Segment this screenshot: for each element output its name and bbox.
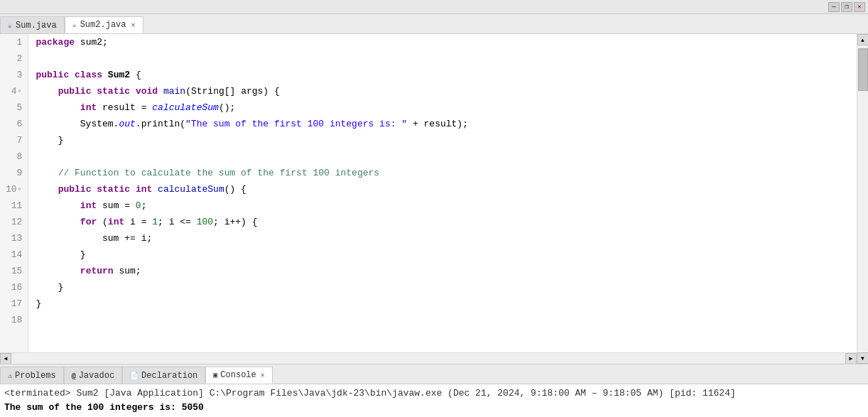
code-line-11: int sum = 0; (36, 197, 857, 214)
hscroll-track[interactable] (11, 353, 845, 364)
console-terminated-line: <terminated> Sum2 [Java Application] C:\… (4, 386, 864, 401)
code-line-9: // Function to calculate the sum of the … (36, 165, 857, 181)
code-line-15: return sum; (36, 263, 857, 279)
code-line-12: for (int i = 1; i <= 100; i++) { (36, 214, 857, 230)
javadoc-icon: @ (72, 372, 76, 379)
hscroll-right-arrow[interactable]: ▶ (845, 353, 857, 364)
scroll-up-arrow[interactable]: ▲ (857, 34, 869, 45)
console-result-line: The sum of the 100 integers is: 5050 (4, 401, 864, 415)
code-line-14: } (36, 247, 857, 263)
vertical-scrollbar[interactable]: ▲ ▼ (857, 34, 868, 364)
scroll-thumb[interactable] (858, 48, 868, 91)
code-lines: package sum2; public class Sum2 { public… (28, 34, 857, 352)
code-line-8 (36, 148, 857, 165)
console-icon: ▣ (213, 371, 217, 379)
code-line-18 (36, 312, 857, 328)
close-button[interactable]: ✕ (854, 2, 865, 12)
problems-icon: ⚠ (8, 372, 12, 380)
code-line-6: System.out.println("The sum of the first… (36, 116, 857, 132)
code-line-7: } (36, 132, 857, 148)
editor-tabs: ☕ Sum.java ☕ Sum2.java ✕ (0, 14, 868, 34)
tab-javadoc[interactable]: @ Javadoc (64, 367, 122, 384)
code-line-3: public class Sum2 { (36, 67, 857, 83)
tab-label: Sum.java (16, 21, 57, 31)
code-content: 1 2 3 4◦ 5 6 7 8 9 10◦ 11 12 13 14 15 16… (0, 34, 857, 352)
code-line-16: } (36, 279, 857, 296)
code-line-13: sum += i; (36, 230, 857, 247)
tab-console[interactable]: ▣ Console ✕ (205, 367, 272, 384)
title-bar: — ❐ ✕ (0, 0, 868, 14)
editor-area: 1 2 3 4◦ 5 6 7 8 9 10◦ 11 12 13 14 15 16… (0, 34, 868, 364)
code-line-4: public static void main(String[] args) { (36, 83, 857, 99)
tab-icon: ☕ (72, 21, 77, 29)
code-line-5: int result = calculateSum(); (36, 99, 857, 116)
declaration-icon: 📄 (130, 372, 139, 380)
tab-label: Sum2.java (80, 20, 126, 30)
code-editor: 1 2 3 4◦ 5 6 7 8 9 10◦ 11 12 13 14 15 16… (0, 34, 857, 364)
restore-button[interactable]: ❐ (841, 2, 852, 12)
line-numbers: 1 2 3 4◦ 5 6 7 8 9 10◦ 11 12 13 14 15 16… (0, 34, 28, 352)
code-line-10: public static int calculateSum() { (36, 181, 857, 197)
scroll-down-arrow[interactable]: ▼ (857, 352, 869, 364)
problems-label: Problems (15, 371, 56, 381)
code-line-2 (36, 50, 857, 67)
tab-problems[interactable]: ⚠ Problems (0, 367, 64, 384)
code-line-1: package sum2; (36, 34, 857, 50)
code-line-17: } (36, 296, 857, 312)
hscroll-left-arrow[interactable]: ◀ (0, 353, 11, 364)
console-close-icon[interactable]: ✕ (261, 371, 265, 379)
tab-icon: ☕ (8, 21, 12, 30)
scroll-track (857, 45, 868, 352)
minimize-button[interactable]: — (828, 2, 840, 12)
tab-close-icon[interactable]: ✕ (131, 21, 135, 29)
horizontal-scrollbar[interactable]: ◀ ▶ (0, 352, 857, 364)
console-output: <terminated> Sum2 [Java Application] C:\… (0, 384, 868, 417)
tab-sum2-java[interactable]: ☕ Sum2.java ✕ (65, 16, 143, 33)
console-label: Console (220, 370, 256, 380)
tab-sum-java[interactable]: ☕ Sum.java (0, 16, 65, 33)
declaration-label: Declaration (141, 371, 197, 381)
tab-declaration[interactable]: 📄 Declaration (122, 367, 205, 384)
bottom-tabs: ⚠ Problems @ Javadoc 📄 Declaration ▣ Con… (0, 364, 868, 384)
javadoc-label: Javadoc (79, 371, 114, 381)
